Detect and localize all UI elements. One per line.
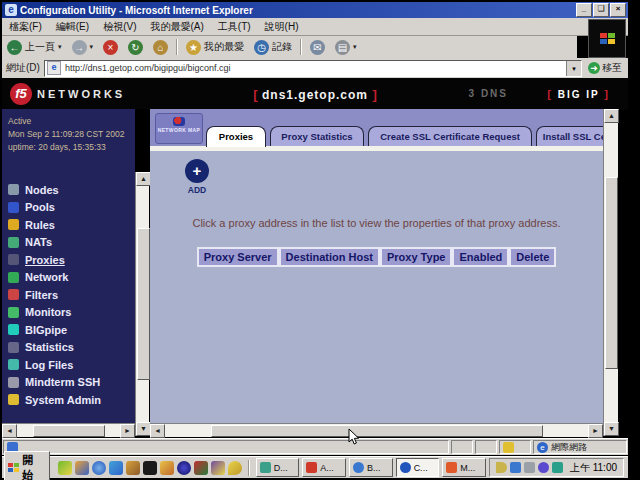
mail-icon[interactable] bbox=[211, 461, 225, 475]
tab-proxy-statistics[interactable]: Proxy Statistics bbox=[270, 126, 364, 147]
winamp-icon[interactable] bbox=[160, 461, 174, 475]
scroll-right-icon[interactable]: ► bbox=[120, 424, 135, 438]
task-button-1[interactable]: D... bbox=[256, 458, 300, 477]
volume-icon[interactable] bbox=[496, 462, 507, 473]
sidebar-item-monitors[interactable]: Monitors bbox=[8, 304, 101, 322]
favorites-button[interactable]: ★ 我的最愛 bbox=[181, 39, 249, 56]
sidebar-item-logfiles[interactable]: Log Files bbox=[8, 356, 101, 374]
scheduler-tray-icon[interactable] bbox=[538, 462, 549, 473]
scroll-up-icon[interactable]: ▲ bbox=[136, 172, 151, 186]
task-button-3[interactable]: B... bbox=[349, 458, 393, 477]
menu-tools[interactable]: 工具(T) bbox=[211, 20, 258, 34]
sidebar-item-proxies[interactable]: Proxies bbox=[8, 251, 101, 269]
media-player-icon[interactable] bbox=[126, 461, 140, 475]
scrollbar-thumb[interactable] bbox=[605, 177, 618, 369]
maximize-button[interactable]: ❏ bbox=[593, 3, 609, 17]
task-button-5[interactable]: M... bbox=[442, 458, 486, 477]
sidebar-item-network[interactable]: Network bbox=[8, 269, 101, 287]
go-icon: ➜ bbox=[588, 62, 600, 74]
menu-edit[interactable]: 編輯(E) bbox=[49, 20, 96, 34]
display-tray-icon[interactable] bbox=[524, 462, 535, 473]
page-icon: e bbox=[47, 61, 61, 75]
tab-proxies[interactable]: Proxies bbox=[206, 126, 266, 147]
scroll-left-icon[interactable]: ◄ bbox=[2, 424, 17, 438]
scroll-down-icon[interactable]: ▼ bbox=[136, 422, 151, 436]
forward-button[interactable]: → ▾ bbox=[67, 39, 99, 56]
sidebar-item-pools[interactable]: Pools bbox=[8, 199, 101, 217]
scrollbar-thumb[interactable] bbox=[137, 228, 150, 380]
task-button-2[interactable]: A... bbox=[302, 458, 346, 477]
back-dropdown-icon[interactable]: ▾ bbox=[58, 43, 62, 51]
link-3dns[interactable]: 3 DNS bbox=[469, 88, 508, 99]
taskbar-clock[interactable]: 上午 11:00 bbox=[570, 461, 617, 475]
network-map-button[interactable]: NETWORK MAP bbox=[155, 113, 203, 144]
sidebar-item-nats[interactable]: NATs bbox=[8, 234, 101, 252]
print-dropdown-icon[interactable]: ▾ bbox=[353, 43, 357, 51]
sidebar-item-statistics[interactable]: Statistics bbox=[8, 339, 101, 357]
close-button[interactable]: × bbox=[610, 3, 626, 17]
scroll-up-icon[interactable]: ▲ bbox=[604, 109, 619, 123]
link-bigip[interactable]: [ BIG IP ] bbox=[547, 88, 610, 100]
sidebar-item-rules[interactable]: Rules bbox=[8, 216, 101, 234]
column-header-destination-host[interactable]: Destination Host bbox=[279, 247, 380, 267]
scroll-left-icon[interactable]: ◄ bbox=[150, 424, 165, 438]
acdsee-icon[interactable] bbox=[194, 461, 208, 475]
menu-help[interactable]: 說明(H) bbox=[258, 20, 306, 34]
refresh-button[interactable]: ↻ bbox=[123, 39, 148, 56]
download-icon[interactable] bbox=[228, 461, 242, 475]
scrollbar-thumb[interactable] bbox=[33, 425, 105, 437]
scrollbar-thumb[interactable] bbox=[211, 425, 543, 437]
scroll-down-icon[interactable]: ▼ bbox=[604, 422, 619, 436]
tab-create-ssl-certificate-request[interactable]: Create SSL Certificate Request bbox=[368, 126, 532, 147]
sidebar-horizontal-scrollbar[interactable]: ◄ ► bbox=[2, 423, 135, 437]
sidebar-item-nodes[interactable]: Nodes bbox=[8, 181, 101, 199]
minimize-button[interactable]: _ bbox=[576, 3, 592, 17]
messenger-icon[interactable] bbox=[109, 461, 123, 475]
taskbar-separator bbox=[248, 460, 250, 476]
mail-button[interactable]: ✉ bbox=[305, 39, 330, 56]
print-button[interactable]: ▤ ▾ bbox=[330, 39, 362, 56]
sidebar-vertical-scrollbar[interactable]: ▲ ▼ bbox=[135, 172, 149, 436]
main-vertical-scrollbar[interactable]: ▲ ▼ bbox=[603, 109, 618, 436]
home-button[interactable]: ⌂ bbox=[148, 39, 173, 56]
task-label: B... bbox=[367, 463, 381, 473]
scroll-right-icon[interactable]: ► bbox=[588, 424, 603, 438]
column-header-delete[interactable]: Delete bbox=[509, 247, 556, 267]
sidebar-item-bigpipe[interactable]: BIGpipe bbox=[8, 321, 101, 339]
back-button[interactable]: ← 上一頁 ▾ bbox=[2, 39, 67, 56]
show-desktop-icon[interactable] bbox=[58, 461, 72, 475]
task-label: C... bbox=[414, 463, 428, 473]
ie-icon[interactable] bbox=[92, 461, 106, 475]
outlook-icon[interactable] bbox=[75, 461, 89, 475]
sidebar-item-mindterm-ssh[interactable]: Mindterm SSH bbox=[8, 374, 101, 392]
column-header-enabled[interactable]: Enabled bbox=[452, 247, 509, 267]
start-button[interactable]: 開始 bbox=[4, 451, 50, 480]
add-proxy-button[interactable]: + ADD bbox=[170, 159, 224, 195]
app-window-icon bbox=[446, 462, 457, 473]
go-button[interactable]: ➜ 移至 bbox=[582, 61, 628, 75]
windows-flag-icon bbox=[8, 463, 19, 472]
task-button-4-active[interactable]: C... bbox=[396, 458, 440, 477]
sidebar-item-filters[interactable]: Filters bbox=[8, 286, 101, 304]
terminal-icon[interactable] bbox=[143, 461, 157, 475]
realplayer-icon[interactable] bbox=[177, 461, 191, 475]
menu-favorites[interactable]: 我的最愛(A) bbox=[143, 20, 210, 34]
messenger-tray-icon[interactable] bbox=[510, 462, 521, 473]
column-header-proxy-type[interactable]: Proxy Type bbox=[380, 247, 453, 267]
menu-view[interactable]: 檢視(V) bbox=[96, 20, 143, 34]
column-header-proxy-server[interactable]: Proxy Server bbox=[197, 247, 279, 267]
history-button[interactable]: ◷ 記錄 bbox=[249, 39, 297, 56]
menu-file[interactable]: 檔案(F) bbox=[2, 20, 49, 34]
status-message-pane bbox=[3, 440, 449, 454]
pools-icon bbox=[8, 202, 19, 213]
tab-install-ssl-certificate[interactable]: Install SSL Certifi bbox=[536, 126, 603, 147]
stop-button[interactable]: × bbox=[98, 39, 123, 56]
sidebar-item-system-admin[interactable]: System Admin bbox=[8, 391, 101, 409]
main-horizontal-scrollbar[interactable]: ◄ ► bbox=[150, 423, 603, 437]
address-dropdown-icon[interactable]: ▾ bbox=[566, 61, 581, 76]
stop-icon: × bbox=[103, 40, 118, 55]
forward-dropdown-icon[interactable]: ▾ bbox=[90, 43, 94, 51]
network-tray-icon[interactable] bbox=[552, 462, 563, 473]
address-input[interactable] bbox=[63, 61, 566, 76]
sidebar-item-label: BIGpipe bbox=[25, 324, 67, 336]
